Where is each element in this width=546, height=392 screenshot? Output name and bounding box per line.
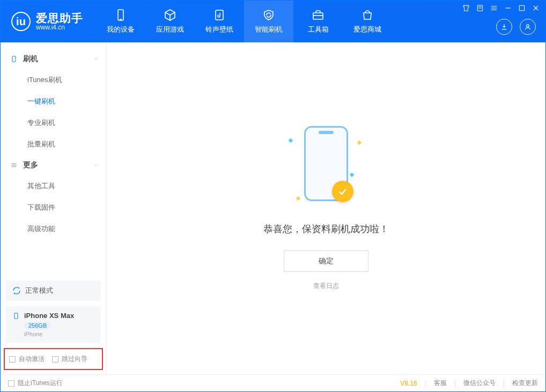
sidebar-item-one-click-flash[interactable]: 一键刷机 <box>1 91 106 112</box>
close-icon <box>532 4 540 12</box>
svg-rect-2 <box>216 10 223 20</box>
svg-rect-0 <box>118 10 123 20</box>
user-icon <box>524 23 532 31</box>
tab-apps-games[interactable]: 应用游戏 <box>145 1 195 42</box>
svg-rect-3 <box>313 13 323 19</box>
highlighted-options: 自动激活 跳过向导 <box>4 348 103 370</box>
customer-service-link[interactable]: 客服 <box>434 379 447 388</box>
success-message: 恭喜您，保资料刷机成功啦！ <box>263 223 389 235</box>
separator: | <box>454 380 456 387</box>
minimize-button[interactable] <box>504 4 512 12</box>
device-subtype: iPhone <box>24 331 94 337</box>
view-log-link[interactable]: 查看日志 <box>263 282 389 291</box>
tab-label: 应用游戏 <box>156 25 184 34</box>
sidebar-item-batch-flash[interactable]: 批量刷机 <box>1 134 106 155</box>
shirt-icon <box>462 4 470 12</box>
device-icon <box>12 312 20 320</box>
checkbox-label: 跳过向导 <box>62 354 87 364</box>
tab-label: 爱思商城 <box>353 25 381 34</box>
device-icon <box>114 9 127 21</box>
sidebar-section-more[interactable]: 更多 <box>1 155 106 175</box>
success-illustration <box>275 126 377 212</box>
chevron-down-icon <box>93 161 99 169</box>
maximize-icon <box>518 4 526 12</box>
menu-button[interactable] <box>490 4 498 12</box>
theme-button[interactable] <box>462 4 470 12</box>
toolbox-icon <box>312 9 324 21</box>
sidebar-item-advanced[interactable]: 高级功能 <box>1 218 106 240</box>
checkbox-label: 自动激活 <box>19 354 45 364</box>
phone-outline-icon <box>10 55 18 63</box>
app-name: 爱思助手 <box>36 12 83 24</box>
minimize-icon <box>504 4 512 12</box>
feedback-button[interactable] <box>476 4 484 12</box>
svg-point-5 <box>527 25 529 27</box>
version-label: V8.16 <box>400 380 417 387</box>
section-title: 刷机 <box>23 54 38 64</box>
mode-card[interactable]: 正常模式 <box>6 280 101 301</box>
download-icon <box>500 23 508 31</box>
body: 刷机 iTunes刷机 一键刷机 专业刷机 批量刷机 更多 <box>1 42 545 374</box>
download-button[interactable] <box>496 19 512 35</box>
checkbox-icon <box>52 356 58 363</box>
wechat-link[interactable]: 微信公众号 <box>463 379 496 388</box>
sidebar-item-download-firmware[interactable]: 下载固件 <box>1 197 106 218</box>
tab-toolbox[interactable]: 工具箱 <box>293 1 343 42</box>
app-url: www.i4.cn <box>36 24 83 31</box>
app-logo: iu 爱思助手 www.i4.cn <box>1 12 91 31</box>
sidebar-scroll: 刷机 iTunes刷机 一键刷机 专业刷机 批量刷机 更多 <box>1 42 106 280</box>
sidebar-item-other-tools[interactable]: 其他工具 <box>1 175 106 197</box>
status-bar: 阻止iTunes运行 V8.16 | 客服 | 微信公众号 | 检查更新 <box>1 374 545 391</box>
sidebar: 刷机 iTunes刷机 一键刷机 专业刷机 批量刷机 更多 <box>1 42 107 374</box>
auto-activate-checkbox[interactable]: 自动激活 <box>9 354 45 364</box>
checkbox-label: 阻止iTunes运行 <box>18 379 63 388</box>
maximize-button[interactable] <box>518 4 526 12</box>
tab-my-device[interactable]: 我的设备 <box>96 1 145 42</box>
tab-label: 我的设备 <box>107 25 135 34</box>
cube-icon <box>164 9 176 21</box>
checkbox-icon <box>9 356 16 363</box>
refresh-icon <box>12 286 21 295</box>
sidebar-item-itunes-flash[interactable]: iTunes刷机 <box>1 69 106 91</box>
section-title: 更多 <box>23 160 38 170</box>
check-update-link[interactable]: 检查更新 <box>512 379 538 388</box>
logo-text: 爱思助手 www.i4.cn <box>36 12 83 31</box>
sparkle-icon <box>357 140 361 145</box>
logo-icon: iu <box>11 12 31 31</box>
svg-rect-13 <box>519 5 524 10</box>
tab-ringtone-wallpaper[interactable]: 铃声壁纸 <box>195 1 244 42</box>
skip-guide-checkbox[interactable]: 跳过向导 <box>52 354 87 364</box>
tab-smart-flash[interactable]: 智能刷机 <box>244 1 293 42</box>
bag-icon <box>361 9 374 21</box>
tab-label: 智能刷机 <box>255 25 283 34</box>
stop-itunes-checkbox[interactable]: 阻止iTunes运行 <box>8 379 63 388</box>
tab-store[interactable]: 爱思商城 <box>343 1 392 42</box>
sidebar-section-flash[interactable]: 刷机 <box>1 49 106 69</box>
tab-label: 铃声壁纸 <box>205 25 233 34</box>
refresh-shield-icon <box>262 9 275 21</box>
header-right-actions <box>496 19 536 35</box>
sparkle-icon <box>296 196 300 201</box>
main-content: 恭喜您，保资料刷机成功啦！ 确定 查看日志 <box>107 42 545 374</box>
success-panel: 恭喜您，保资料刷机成功啦！ 确定 查看日志 <box>263 126 389 291</box>
chevron-down-icon <box>93 55 99 63</box>
device-card[interactable]: iPhone XS Max 256GB iPhone <box>6 306 101 343</box>
app-window: iu 爱思助手 www.i4.cn 我的设备 应用游戏 铃声壁纸 智能刷机 <box>0 0 546 392</box>
sparkle-icon <box>350 173 354 177</box>
sparkle-icon <box>289 138 293 143</box>
window-controls <box>462 4 540 12</box>
separator: | <box>425 380 426 387</box>
close-button[interactable] <box>532 4 540 12</box>
device-name: iPhone XS Max <box>24 312 74 320</box>
account-button[interactable] <box>520 19 536 35</box>
sidebar-item-pro-flash[interactable]: 专业刷机 <box>1 112 106 134</box>
list-icon <box>10 161 18 169</box>
tab-label: 工具箱 <box>308 25 329 34</box>
svg-rect-20 <box>14 313 18 319</box>
titlebar: iu 爱思助手 www.i4.cn 我的设备 应用游戏 铃声壁纸 智能刷机 <box>1 1 545 42</box>
checkmark-badge-icon <box>332 181 353 202</box>
note-icon <box>476 4 484 12</box>
checkbox-icon <box>8 380 14 387</box>
ok-button[interactable]: 确定 <box>284 250 368 272</box>
device-storage-badge: 256GB <box>24 322 51 329</box>
